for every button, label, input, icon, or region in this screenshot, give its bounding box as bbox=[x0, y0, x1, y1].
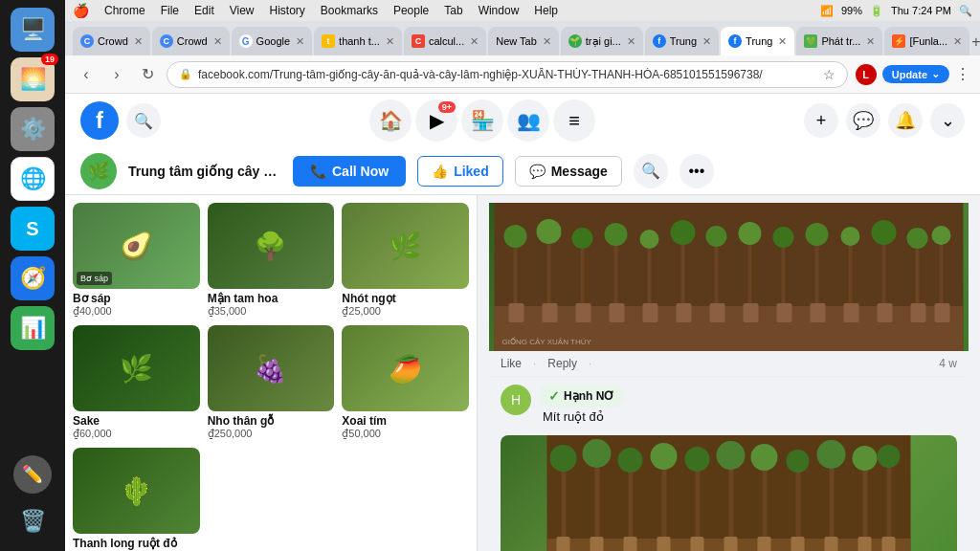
dock-icon-sheets[interactable]: 📊 bbox=[11, 306, 55, 350]
tab-close-trung2[interactable]: ✕ bbox=[778, 35, 787, 48]
phone-icon: 📞 bbox=[310, 164, 326, 179]
tab-traigi[interactable]: 🌱 trại gi... ✕ bbox=[561, 27, 643, 55]
back-button[interactable]: ‹ bbox=[75, 63, 98, 86]
profile-circle[interactable]: L bbox=[856, 64, 877, 85]
dock-edit-button[interactable]: ✏️ bbox=[13, 455, 52, 494]
fb-search-button[interactable]: 🔍 bbox=[126, 103, 161, 138]
window-menu[interactable]: Window bbox=[479, 4, 520, 17]
product-card-bo-sap[interactable]: 🥑 Bơ sáp Bơ sáp ₫40,000 bbox=[73, 203, 200, 318]
apple-menu[interactable]: 🍎 bbox=[73, 3, 89, 18]
fb-menu-button[interactable]: ≡ bbox=[553, 99, 595, 142]
tab-crowd2[interactable]: C Crowd ✕ bbox=[152, 27, 230, 55]
help-menu[interactable]: Help bbox=[534, 4, 558, 17]
dock-icon-photos[interactable]: 🌅 19 bbox=[11, 57, 55, 101]
tab-funla[interactable]: ⚡ [Funla... ✕ bbox=[884, 27, 969, 55]
product-image-sake: 🌿 bbox=[73, 325, 200, 411]
tab-newtab[interactable]: New Tab ✕ bbox=[488, 27, 559, 55]
call-now-button[interactable]: 📞 Call Now bbox=[293, 156, 406, 187]
svg-point-49 bbox=[583, 439, 612, 468]
tab-close-funla[interactable]: ✕ bbox=[953, 35, 962, 48]
tab-trung2[interactable]: f Trung ✕ bbox=[721, 27, 794, 55]
product-card-nhot-ngot[interactable]: 🌿 Nhót ngọt ₫25,000 bbox=[342, 203, 469, 318]
chrome-menu[interactable]: Chrome bbox=[104, 4, 145, 17]
history-menu[interactable]: History bbox=[270, 4, 305, 17]
bookmark-icon[interactable]: ☆ bbox=[823, 67, 835, 82]
bookmarks-menu[interactable]: Bookmarks bbox=[321, 4, 378, 17]
commenter-avatar: H bbox=[501, 385, 531, 415]
reply-action[interactable]: Reply bbox=[547, 357, 577, 370]
tab-close-trung1[interactable]: ✕ bbox=[702, 35, 711, 48]
svg-point-10 bbox=[640, 230, 659, 249]
fb-marketplace-button[interactable]: 🏪 bbox=[461, 99, 503, 142]
svg-point-24 bbox=[872, 220, 897, 245]
svg-rect-56 bbox=[729, 461, 734, 540]
skype-icon: S bbox=[26, 218, 38, 240]
svg-rect-31 bbox=[543, 303, 558, 322]
dock-icon-finder[interactable]: 🖥️ bbox=[11, 8, 55, 52]
tab-menu[interactable]: Tab bbox=[444, 4, 462, 17]
fb-new-post-button[interactable]: + bbox=[804, 103, 838, 138]
svg-rect-46 bbox=[562, 464, 567, 540]
tab-trung1[interactable]: f Trung ✕ bbox=[645, 27, 719, 55]
update-button[interactable]: Update ⌄ bbox=[882, 65, 949, 83]
product-card-sake[interactable]: 🌿 Sake ₫60,000 bbox=[73, 325, 200, 440]
fb-logo[interactable]: f bbox=[80, 101, 119, 140]
tab-close-calcul[interactable]: ✕ bbox=[470, 35, 479, 48]
liked-button[interactable]: 👍 Liked bbox=[417, 156, 503, 187]
tab-crowd1[interactable]: C Crowd ✕ bbox=[73, 27, 150, 55]
tab-thanh[interactable]: t thanh t... ✕ bbox=[314, 27, 402, 55]
tab-phattr[interactable]: 💚 Phát tr... ✕ bbox=[796, 27, 882, 55]
message-button[interactable]: 💬 Message bbox=[515, 156, 622, 187]
people-menu[interactable]: People bbox=[393, 4, 429, 17]
tab-close-google[interactable]: ✕ bbox=[296, 35, 304, 48]
product-price-man: ₫35,000 bbox=[208, 305, 335, 318]
tab-close-phattr[interactable]: ✕ bbox=[866, 35, 875, 48]
page-more-button[interactable]: ••• bbox=[679, 154, 714, 188]
fb-notifications-button[interactable]: 🔔 bbox=[888, 103, 923, 138]
product-grid: 🥑 Bơ sáp Bơ sáp ₫40,000 🌳 bbox=[73, 203, 469, 550]
fb-groups-button[interactable]: 👥 bbox=[507, 99, 549, 142]
reload-button[interactable]: ↻ bbox=[136, 63, 159, 86]
tab-label-newtab: New Tab bbox=[496, 35, 537, 47]
comment-time: 4 w bbox=[939, 357, 957, 370]
product-image-thanh-long: 🌵 bbox=[73, 448, 200, 534]
dock-icon-skype[interactable]: S bbox=[11, 207, 55, 251]
dock-icon-chrome[interactable]: 🌐 bbox=[11, 157, 55, 201]
product-card-man-tam-hoa[interactable]: 🌳 Mận tam hoa ₫35,000 bbox=[208, 203, 335, 318]
tab-calcul[interactable]: C calcul... ✕ bbox=[404, 27, 486, 55]
product-card-xoai[interactable]: 🥭 Xoai tím ₫50,000 bbox=[342, 325, 469, 440]
fb-messenger-button[interactable]: 💬 bbox=[846, 103, 880, 138]
file-menu[interactable]: File bbox=[161, 4, 179, 17]
tab-close-thanh[interactable]: ✕ bbox=[386, 35, 394, 48]
product-card-nho[interactable]: 🍇 Nho thân gỗ ₫250,000 bbox=[208, 325, 335, 440]
svg-rect-52 bbox=[662, 462, 667, 540]
tab-close-newtab[interactable]: ✕ bbox=[543, 35, 551, 48]
browser-menu-button[interactable]: ⋮ bbox=[955, 65, 970, 83]
dock-icon-safari[interactable]: 🧭 bbox=[11, 256, 55, 300]
fb-home-button[interactable]: 🏠 bbox=[369, 99, 412, 142]
svg-rect-39 bbox=[811, 303, 826, 322]
tab-google[interactable]: G Google ✕ bbox=[232, 27, 312, 55]
tab-close-crowd1[interactable]: ✕ bbox=[134, 35, 143, 48]
fb-watch-button[interactable]: ▶ 9+ bbox=[415, 99, 457, 142]
product-card-thanh-long[interactable]: 🌵 Thanh long ruột đỏ bbox=[73, 448, 200, 550]
svg-rect-64 bbox=[863, 464, 868, 540]
address-box[interactable]: 🔒 facebook.com/Trung-tâm-giống-cây-ăn-qu… bbox=[167, 61, 848, 88]
dock-icon-system-prefs[interactable]: ⚙️ bbox=[11, 107, 55, 151]
wifi-icon: 📶 bbox=[820, 5, 834, 17]
forward-button[interactable]: › bbox=[105, 63, 128, 86]
product-image-xoai: 🥭 bbox=[342, 325, 469, 411]
search-icon[interactable]: 🔍 bbox=[959, 5, 972, 17]
view-menu[interactable]: View bbox=[230, 4, 255, 17]
svg-rect-13 bbox=[715, 241, 719, 308]
fb-account-button[interactable]: ⌄ bbox=[930, 103, 965, 138]
new-tab-button[interactable]: + bbox=[971, 29, 980, 55]
tab-close-traigi[interactable]: ✕ bbox=[627, 35, 635, 48]
edit-menu[interactable]: Edit bbox=[194, 4, 214, 17]
dock-icon-trash[interactable]: 🗑️ bbox=[11, 499, 55, 543]
page-search-button[interactable]: 🔍 bbox=[634, 154, 668, 188]
dot-separator: · bbox=[533, 357, 536, 370]
like-action[interactable]: Like bbox=[501, 357, 522, 370]
tab-close-crowd2[interactable]: ✕ bbox=[213, 35, 222, 48]
call-now-label: Call Now bbox=[332, 164, 389, 179]
